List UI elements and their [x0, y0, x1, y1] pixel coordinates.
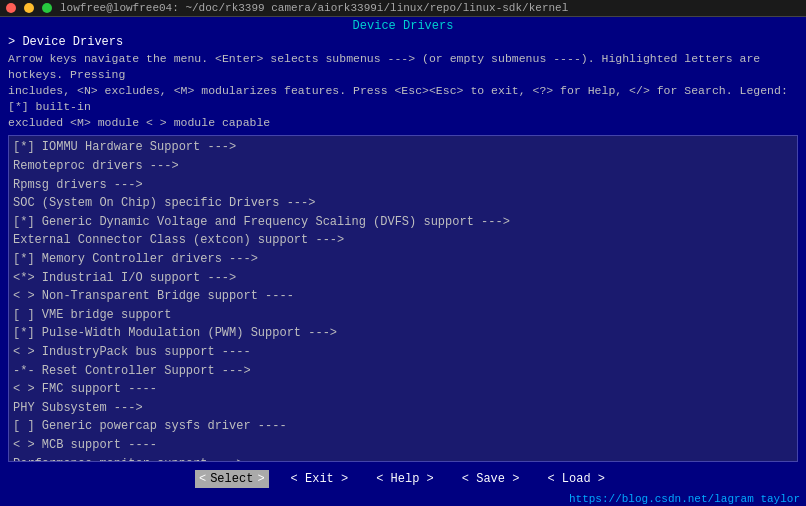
footer-link: https://blog.csdn.net/lagram taylor: [0, 492, 806, 506]
menu-item[interactable]: -*- Reset Controller Support --->: [13, 362, 793, 381]
menu-item[interactable]: PHY Subsystem --->: [13, 399, 793, 418]
help-line-2: includes, <N> excludes, <M> modularizes …: [8, 83, 798, 115]
bottom-button-exit[interactable]: < Exit >: [285, 470, 355, 488]
menu-item[interactable]: External Connector Class (extcon) suppor…: [13, 231, 793, 250]
bottom-button-load[interactable]: < Load >: [541, 470, 611, 488]
kconfig-header: Device Drivers: [0, 17, 806, 35]
menu-item[interactable]: Remoteproc drivers --->: [13, 157, 793, 176]
help-text: Arrow keys navigate the menu. <Enter> se…: [0, 49, 806, 131]
menu-item[interactable]: [ ] VME bridge support: [13, 306, 793, 325]
menu-item[interactable]: [*] Generic Dynamic Voltage and Frequenc…: [13, 213, 793, 232]
bottom-bar: <Select>< Exit >< Help >< Save >< Load >: [0, 466, 806, 492]
menu-items: [*] IOMMU Hardware Support ---> Remotepr…: [9, 136, 797, 462]
kconfig-window: Device Drivers > Device Drivers Arrow ke…: [0, 17, 806, 506]
bottom-button-save[interactable]: < Save >: [456, 470, 526, 488]
menu-item[interactable]: < > Non-Transparent Bridge support ----: [13, 287, 793, 306]
bottom-button-help[interactable]: < Help >: [370, 470, 440, 488]
title-bar: lowfree@lowfree04: ~/doc/rk3399 camera/a…: [0, 0, 806, 17]
menu-item[interactable]: Performance monitor support --->: [13, 455, 793, 462]
menu-item[interactable]: [*] IOMMU Hardware Support --->: [13, 138, 793, 157]
menu-item[interactable]: [*] Pulse-Width Modulation (PWM) Support…: [13, 324, 793, 343]
breadcrumb: > Device Drivers: [0, 35, 806, 49]
menu-item[interactable]: < > IndustryPack bus support ----: [13, 343, 793, 362]
title-text: lowfree@lowfree04: ~/doc/rk3399 camera/a…: [60, 2, 568, 14]
help-line-3: excluded <M> module < > module capable: [8, 115, 798, 131]
menu-area: [*] IOMMU Hardware Support ---> Remotepr…: [8, 135, 798, 462]
minimize-dot[interactable]: [24, 3, 34, 13]
menu-item[interactable]: <*> Industrial I/O support --->: [13, 269, 793, 288]
menu-item[interactable]: < > FMC support ----: [13, 380, 793, 399]
help-line-1: Arrow keys navigate the menu. <Enter> se…: [8, 51, 798, 83]
menu-item[interactable]: [*] Memory Controller drivers --->: [13, 250, 793, 269]
window: lowfree@lowfree04: ~/doc/rk3399 camera/a…: [0, 0, 806, 506]
maximize-dot[interactable]: [42, 3, 52, 13]
close-dot[interactable]: [6, 3, 16, 13]
bottom-button-select[interactable]: <Select>: [195, 470, 269, 488]
menu-item[interactable]: < > MCB support ----: [13, 436, 793, 455]
menu-item[interactable]: [ ] Generic powercap sysfs driver ----: [13, 417, 793, 436]
menu-item[interactable]: Rpmsg drivers --->: [13, 176, 793, 195]
menu-item[interactable]: SOC (System On Chip) specific Drivers --…: [13, 194, 793, 213]
